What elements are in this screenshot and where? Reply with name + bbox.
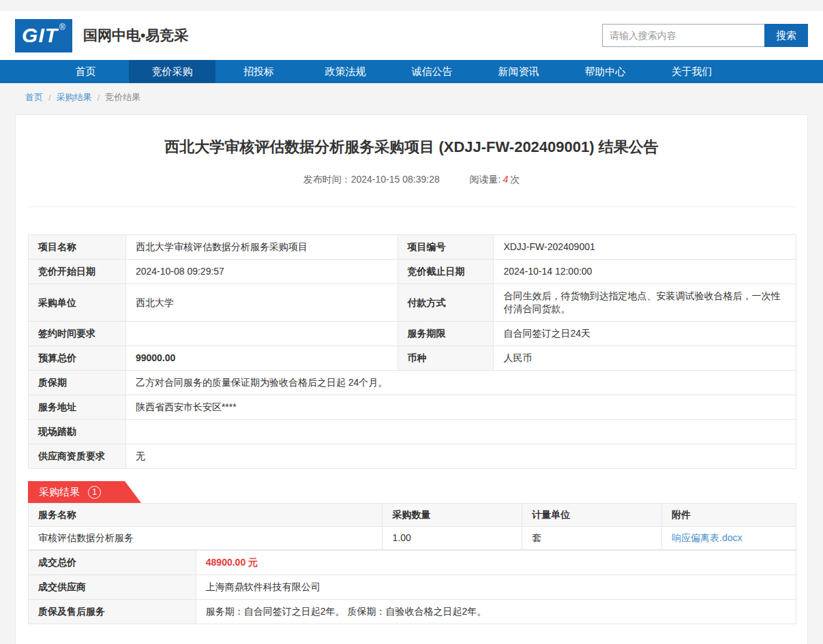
announcement-meta: 发布时间：2024-10-15 08:39:28 阅读量:4次 [28,174,795,207]
table-row: 成交总价 48900.00 元 [29,551,796,575]
field-value: XDJJ-FW-202409001 [494,235,796,260]
field-label: 竞价截止日期 [398,260,494,284]
budget-total-value: 99000.00 [125,346,398,371]
result-count-badge: 1 [88,486,101,499]
nav-item-help-center[interactable]: 帮助中心 [562,60,648,83]
field-value: 乙方对合同服务的质量保证期为验收合格后之日起 24个月。 [125,371,796,395]
winning-supplier: 上海商鼎软件科技有限公司 [196,575,796,600]
field-label: 签约时间要求 [29,322,126,346]
announcement-card: 西北大学审核评估数据分析服务采购项目 (XDJJ-FW-202409001) 结… [15,114,808,644]
table-row: 质保及售后服务 服务期：自合同签订之日起2年。 质保期：自验收合格之日起2年。 [29,600,796,624]
purchase-quantity: 1.00 [383,527,522,550]
table-row: 质保期 乙方对合同服务的质量保证期为验收合格后之日起 24个月。 [29,371,796,395]
nav-item-integrity-notice[interactable]: 诚信公告 [389,60,475,83]
result-tab-label: 采购结果 [39,486,80,499]
column-header-service-name: 服务名称 [29,504,383,527]
page-title: 西北大学审核评估数据分析服务采购项目 (XDJJ-FW-202409001) 结… [28,137,795,157]
table-row: 成交供应商 上海商鼎软件科技有限公司 [29,575,796,600]
field-label: 服务地址 [29,395,126,420]
breadcrumb-separator: / [48,93,51,103]
field-label: 竞价开始日期 [29,260,126,284]
table-row: 竞价开始日期 2024-10-08 09:29:57 竞价截止日期 2024-1… [29,260,796,284]
service-name: 审核评估数据分析服务 [29,527,383,550]
column-header-unit: 计量单位 [522,504,662,527]
field-value: 西北大学审核评估数据分析服务采购项目 [125,235,398,260]
field-label: 项目名称 [29,235,126,260]
search-button[interactable]: 搜索 [764,24,808,47]
table-row: 审核评估数据分析服务 1.00 套 响应偏离表.docx [29,527,796,550]
table-row: 服务地址 陕西省西安市长安区**** [29,395,796,420]
breadcrumb-section[interactable]: 采购结果 [57,91,92,104]
nav-item-about-us[interactable]: 关于我们 [648,60,735,83]
field-value: 2024-10-08 09:29:57 [125,260,398,284]
column-header-quantity: 采购数量 [383,504,522,527]
breadcrumb-current: 竞价结果 [105,91,140,104]
field-value: 无 [125,444,796,469]
field-label: 项目编号 [398,235,494,260]
warranty-after-sales: 服务期：自合同签订之日起2年。 质保期：自验收合格之日起2年。 [196,600,796,624]
field-label: 采购单位 [29,284,126,322]
nav-item-tender[interactable]: 招投标 [215,60,302,83]
table-row: 预算总价 99000.00 币种 人民币 [29,346,796,371]
nav-item-policy[interactable]: 政策法规 [302,60,389,83]
procurement-result-tab: 采购结果 1 [28,481,141,503]
search-bar: 搜索 [602,24,808,47]
search-input[interactable] [602,24,764,47]
breadcrumb-home[interactable]: 首页 [25,91,43,104]
table-header-row: 服务名称 采购数量 计量单位 附件 [29,504,796,527]
table-row: 签约时间要求 服务期限 自合同签订之日24天 [29,322,796,346]
field-label: 币种 [398,346,494,371]
nav-item-bidding-procurement[interactable]: 竞价采购 [129,60,215,83]
brand-title: 国网中电•易竞采 [83,26,188,45]
attachment-link[interactable]: 响应偏离表.docx [672,532,742,543]
field-label: 现场踏勘 [29,420,126,444]
field-label: 质保期 [29,371,126,395]
publish-time-value: 2024-10-15 08:39:28 [351,174,440,185]
registered-trademark-icon: ® [59,22,65,32]
field-label: 成交总价 [29,551,196,575]
breadcrumb: 首页 / 采购结果 / 竞价结果 [0,83,823,112]
breadcrumb-separator: / [98,93,100,103]
field-value: 合同生效后，待货物到达指定地点、安装调试验收合格后，一次性付清合同货款。 [494,284,796,322]
table-row: 采购单位 西北大学 付款方式 合同生效后，待货物到达指定地点、安装调试验收合格后… [29,284,796,322]
main-nav: 首页 竞价采购 招投标 政策法规 诚信公告 新闻资讯 帮助中心 关于我们 [0,60,823,83]
field-label: 付款方式 [398,284,494,322]
top-strip [0,0,823,11]
result-items-table: 服务名称 采购数量 计量单位 附件 审核评估数据分析服务 1.00 套 响应偏离… [28,503,796,550]
field-value: 陕西省西安市长安区**** [125,395,796,420]
logo-text: GIT [22,24,58,47]
view-count: 阅读量:4次 [470,174,520,185]
nav-item-news[interactable]: 新闻资讯 [475,60,562,83]
site-header: GIT ® 国网中电•易竞采 搜索 [0,11,823,60]
field-value: 自合同签订之日24天 [494,322,796,346]
field-value: 西北大学 [125,284,398,322]
view-count-value: 4 [503,174,508,185]
field-value [125,322,398,346]
field-value: 人民币 [494,346,796,371]
table-row: 供应商资质要求 无 [29,444,796,469]
view-count-label: 阅读量: [470,174,501,185]
measure-unit: 套 [522,527,662,550]
field-label: 供应商资质要求 [29,444,126,469]
site-logo[interactable]: GIT ® [15,19,72,52]
nav-item-home[interactable]: 首页 [42,60,129,83]
publish-time-label: 发布时间： [303,174,351,185]
publish-time: 发布时间：2024-10-15 08:39:28 [303,174,440,185]
field-label: 服务期限 [398,322,494,346]
column-header-attachment: 附件 [662,504,796,527]
result-summary-table: 成交总价 48900.00 元 成交供应商 上海商鼎软件科技有限公司 质保及售后… [28,550,796,624]
field-label: 质保及售后服务 [29,600,196,624]
field-label: 预算总价 [29,346,126,371]
project-info-table: 项目名称 西北大学审核评估数据分析服务采购项目 项目编号 XDJJ-FW-202… [28,234,796,469]
deal-total-price: 48900.00 元 [196,551,796,575]
table-row: 现场踏勘 [29,420,796,444]
field-value: 2024-10-14 12:00:00 [494,260,796,284]
field-label: 成交供应商 [29,575,196,600]
field-value [125,420,796,444]
view-count-unit: 次 [510,174,520,185]
table-row: 项目名称 西北大学审核评估数据分析服务采购项目 项目编号 XDJJ-FW-202… [29,235,796,260]
